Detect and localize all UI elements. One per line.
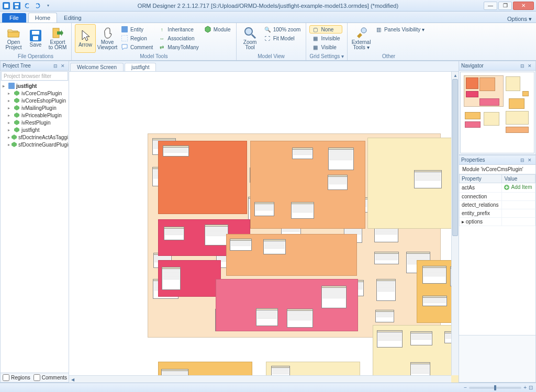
entity-box[interactable]	[376, 279, 396, 300]
save-icon[interactable]	[13, 2, 21, 10]
expand-icon[interactable]: ▸	[8, 120, 12, 125]
vertical-scrollbar[interactable]: ▲	[451, 72, 459, 375]
navigator-pin-icon[interactable]: ⊟	[519, 62, 526, 70]
zoom-tool-button[interactable]: Zoom Tool	[240, 24, 261, 53]
entity-box[interactable]	[410, 331, 432, 345]
entity-box[interactable]	[205, 225, 228, 245]
entity-box[interactable]	[163, 145, 189, 156]
entity-box[interactable]	[292, 148, 313, 159]
entity-box[interactable]	[254, 202, 274, 216]
property-value[interactable]	[502, 200, 535, 209]
move-viewport-button[interactable]: Move Viewport	[97, 24, 118, 53]
expand-icon[interactable]: ▸	[8, 135, 10, 140]
regions-checkbox[interactable]: Regions	[3, 374, 30, 381]
tree-item[interactable]: ▸sfDoctrineActAsTaggi...	[2, 133, 68, 141]
grid-visible-button[interactable]: ▦Visible	[309, 43, 342, 51]
model-canvas[interactable]	[69, 72, 459, 383]
model-region[interactable]	[367, 138, 456, 229]
open-project-button[interactable]: Open Project	[3, 24, 24, 53]
panels-visibility-button[interactable]: ▥Panels Visibility ▾	[373, 25, 427, 33]
zoom-out-button[interactable]: −	[464, 385, 467, 390]
entity-box[interactable]	[263, 239, 286, 254]
property-row[interactable]: ▸ options	[460, 217, 535, 226]
comment-button[interactable]: Comment	[119, 43, 155, 51]
tab-home[interactable]: Home	[28, 13, 57, 23]
redo-icon[interactable]	[34, 2, 42, 10]
manytomany-button[interactable]: ⇄ManyToMany	[156, 43, 200, 51]
entity-box[interactable]	[375, 310, 394, 322]
property-value[interactable]	[502, 192, 535, 200]
close-button[interactable]: ✕	[513, 2, 534, 10]
expand-icon[interactable]: ▸	[8, 91, 12, 96]
tree-root[interactable]: ▸ justfight	[2, 82, 68, 89]
close-panel-icon[interactable]: ✕	[59, 62, 66, 70]
navigator-close-icon[interactable]: ✕	[526, 62, 533, 70]
entity-box[interactable]	[422, 266, 447, 284]
qat-more-icon[interactable]: ▾	[44, 2, 52, 10]
properties-close-icon[interactable]: ✕	[526, 156, 533, 164]
pin-icon[interactable]: ⊟	[52, 62, 59, 70]
comments-checkbox[interactable]: Comments	[34, 374, 67, 381]
tree-item[interactable]: ▸ivMailingPlugin	[2, 104, 68, 111]
grid-invisible-button[interactable]: ▦Invisible	[309, 34, 342, 42]
expand-icon[interactable]: ▸	[8, 128, 12, 132]
save-button[interactable]: Save	[25, 24, 46, 53]
scroll-left-icon[interactable]: ◀	[69, 376, 76, 383]
entity-box[interactable]	[321, 286, 347, 309]
tree-item[interactable]: ▸ivPriceablePlugin	[2, 111, 68, 119]
options-menu[interactable]: Options ▾	[507, 16, 536, 23]
inheritance-button[interactable]: ↑Inheritance	[156, 25, 200, 33]
property-value[interactable]	[502, 209, 535, 217]
entity-box[interactable]	[328, 175, 348, 190]
project-filter-input[interactable]: Project browser filter	[1, 71, 68, 81]
association-button[interactable]: ↔Association	[156, 34, 200, 42]
scrollbar-thumb[interactable]	[452, 79, 458, 236]
tree-item[interactable]: ▸ivCoreCmsPlugin	[2, 89, 68, 97]
expand-icon[interactable]: ▸	[8, 142, 10, 147]
properties-pin-icon[interactable]: ⊟	[519, 156, 526, 164]
file-menu[interactable]: File	[2, 13, 26, 23]
zoom-slider[interactable]	[469, 387, 521, 389]
tree-item[interactable]: ▸ivRestPlugin	[2, 119, 68, 126]
tree-item[interactable]: ▸justfight	[2, 126, 68, 133]
property-value[interactable]: Add Item	[502, 183, 535, 193]
entity-box[interactable]	[414, 170, 442, 188]
entity-button[interactable]: Entity	[119, 25, 155, 33]
entity-box[interactable]	[291, 202, 314, 219]
tab-editing[interactable]: Editing	[57, 13, 88, 23]
entity-box[interactable]	[164, 227, 184, 240]
tree-item[interactable]: ▸sfDoctrineGuardPlugin	[2, 141, 68, 148]
navigator-canvas[interactable]	[460, 72, 534, 153]
entity-box[interactable]	[377, 330, 403, 348]
entity-box[interactable]	[287, 309, 313, 328]
tree-item[interactable]: ▸ivCoreEshopPlugin	[2, 97, 68, 104]
region-button[interactable]: Region	[119, 34, 155, 42]
expand-icon[interactable]: ▸	[8, 106, 12, 110]
expand-icon[interactable]: ▸	[8, 113, 12, 118]
entity-box[interactable]	[328, 148, 354, 170]
zoom-in-button[interactable]: +	[523, 385, 527, 390]
arrow-tool-button[interactable]: Arrow	[75, 24, 96, 53]
zoom-fit-icon[interactable]: ⊡	[529, 385, 533, 390]
fit-model-button[interactable]: ⛶Fit Model	[262, 34, 303, 42]
maximize-button[interactable]: ❐	[498, 2, 512, 10]
undo-icon[interactable]	[23, 2, 31, 10]
entity-box[interactable]	[162, 267, 181, 289]
scroll-up-icon[interactable]: ▲	[452, 72, 459, 79]
zoom-knob[interactable]	[494, 385, 496, 390]
property-row[interactable]: entity_prefix	[460, 209, 535, 217]
doctab-justfight[interactable]: justfight	[125, 63, 156, 71]
add-item-button[interactable]: Add Item	[504, 184, 532, 190]
external-tools-button[interactable]: External Tools ▾	[351, 24, 372, 53]
collapse-icon[interactable]: ▸	[3, 84, 7, 88]
module-button[interactable]: Module	[202, 25, 233, 33]
doctab-welcome[interactable]: Welcome Screen	[70, 63, 124, 71]
grid-none-button[interactable]: ▢None	[309, 25, 342, 33]
project-tree[interactable]: ▸ justfight ▸ivCoreCmsPlugin▸ivCoreEshop…	[1, 81, 69, 373]
expand-icon[interactable]: ▸	[8, 98, 12, 103]
property-row[interactable]: connection	[460, 192, 535, 200]
zoom-100-button[interactable]: 🔍100% zoom	[262, 25, 303, 33]
export-button[interactable]: Export to ORM	[47, 24, 68, 53]
property-value[interactable]	[502, 217, 535, 226]
property-row[interactable]: actAsAdd Item	[460, 183, 535, 193]
